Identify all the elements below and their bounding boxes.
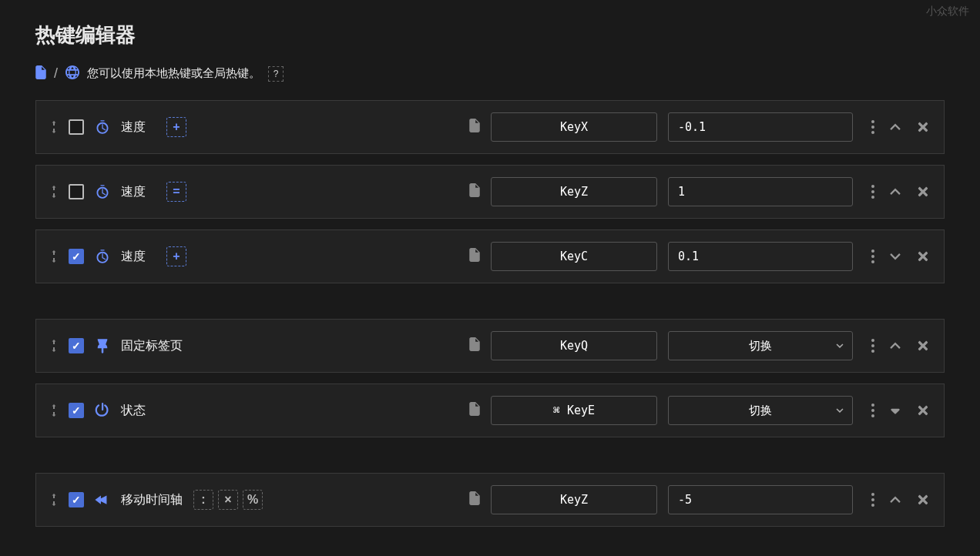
key-input[interactable] <box>491 177 657 206</box>
sort-handle[interactable] <box>50 493 58 507</box>
more-menu-button[interactable] <box>871 404 874 417</box>
action-label: 移动时间轴 <box>121 492 183 508</box>
help-button[interactable]: ? <box>268 66 284 82</box>
delete-button[interactable] <box>916 120 930 134</box>
scope-icon <box>469 119 480 136</box>
sort-handle[interactable] <box>50 404 58 417</box>
expand-button[interactable] <box>888 185 902 199</box>
pin-icon <box>95 338 110 353</box>
enable-checkbox[interactable] <box>69 119 84 135</box>
key-input[interactable] <box>491 112 657 142</box>
sort-handle[interactable] <box>50 185 58 199</box>
enable-checkbox[interactable] <box>69 492 84 507</box>
operator-chip[interactable]: + <box>166 117 186 137</box>
enable-checkbox[interactable] <box>69 184 84 199</box>
value-input[interactable] <box>668 112 853 142</box>
sort-handle[interactable] <box>50 250 58 263</box>
value-input[interactable] <box>668 242 853 271</box>
hotkey-rows: 速度+速度=速度+固定标签页切换状态切换移动时间轴:×% <box>35 100 945 527</box>
hotkey-row: 速度= <box>35 165 945 219</box>
delete-button[interactable] <box>916 339 930 353</box>
sort-handle[interactable] <box>50 120 58 134</box>
key-input[interactable] <box>491 242 657 271</box>
scope-icon <box>469 337 480 354</box>
timer-icon <box>95 119 110 135</box>
value-input[interactable] <box>668 177 853 206</box>
global-scope-icon <box>65 65 79 82</box>
timer-icon <box>95 184 110 199</box>
operator-chip[interactable]: × <box>218 490 238 510</box>
enable-checkbox[interactable] <box>69 338 84 353</box>
power-icon <box>95 403 110 418</box>
page-title: 热键编辑器 <box>35 22 945 49</box>
hotkey-row: 固定标签页切换 <box>35 319 945 373</box>
delete-button[interactable] <box>916 404 930 417</box>
action-label: 速度 <box>121 184 156 200</box>
expand-button[interactable] <box>888 404 902 417</box>
operator-chip[interactable]: + <box>166 246 186 266</box>
action-label: 固定标签页 <box>121 338 183 354</box>
sort-handle[interactable] <box>50 339 58 353</box>
scope-icon <box>469 248 480 265</box>
action-label: 速度 <box>121 119 156 136</box>
scope-icon <box>469 183 480 200</box>
hotkey-row: 状态切换 <box>35 384 945 437</box>
scope-icon <box>469 491 480 508</box>
hotkey-row: 速度+ <box>35 100 945 154</box>
timer-icon <box>95 249 110 264</box>
scope-icon <box>469 402 480 419</box>
key-input[interactable] <box>491 485 657 514</box>
delete-button[interactable] <box>916 185 930 199</box>
expand-button[interactable] <box>888 250 902 263</box>
value-input[interactable] <box>668 485 853 514</box>
more-menu-button[interactable] <box>871 185 874 199</box>
more-menu-button[interactable] <box>871 120 874 134</box>
subtitle-text: 您可以使用本地热键或全局热键。 <box>87 66 260 81</box>
hotkey-editor-panel: 热键编辑器 / 您可以使用本地热键或全局热键。 ? 速度+速度=速度+固定标签页… <box>0 0 980 527</box>
action-label: 状态 <box>121 403 156 419</box>
action-label: 速度 <box>121 249 156 265</box>
value-select[interactable]: 切换 <box>668 331 853 360</box>
key-input[interactable] <box>491 331 657 360</box>
operator-chip[interactable]: : <box>193 490 213 510</box>
more-menu-button[interactable] <box>871 250 874 263</box>
expand-button[interactable] <box>888 120 902 134</box>
delete-button[interactable] <box>916 250 930 263</box>
watermark: 小众软件 <box>926 5 969 18</box>
operator-chip[interactable]: % <box>243 490 263 510</box>
rewind-icon <box>95 492 110 507</box>
delete-button[interactable] <box>916 493 930 507</box>
expand-button[interactable] <box>888 493 902 507</box>
hotkey-row: 移动时间轴:×% <box>35 473 945 527</box>
enable-checkbox[interactable] <box>69 403 84 418</box>
more-menu-button[interactable] <box>871 339 874 353</box>
hotkey-row: 速度+ <box>35 229 945 283</box>
more-menu-button[interactable] <box>871 493 874 507</box>
subheader: / 您可以使用本地热键或全局热键。 ? <box>35 65 945 82</box>
separator: / <box>54 65 58 82</box>
expand-button[interactable] <box>888 339 902 353</box>
key-input[interactable] <box>491 396 657 425</box>
operator-chip[interactable]: = <box>166 182 186 202</box>
enable-checkbox[interactable] <box>69 249 84 264</box>
value-select[interactable]: 切换 <box>668 396 853 425</box>
local-scope-icon <box>35 65 46 82</box>
